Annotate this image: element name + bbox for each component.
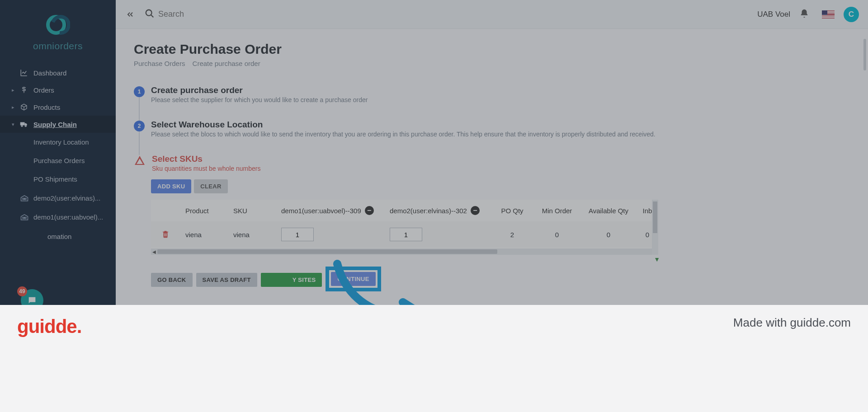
crumb-current: Create purchase order	[193, 60, 260, 67]
brand-name-right: orders	[55, 41, 83, 51]
topbar: UAB Voel C	[116, 0, 868, 29]
content: Create Purchase Order Purchase Orders Cr…	[116, 29, 868, 305]
guidde-footer: guidde. Made with guidde.com	[0, 305, 868, 412]
sidebar: omniorders Dashboard Orders Products	[0, 0, 116, 305]
org-name: UAB Voel	[757, 10, 790, 19]
sku-panel: ADD SKU CLEAR Product SKU demo1(user:uab…	[151, 179, 850, 292]
table-header: Product SKU demo1(user:uabvoel)--309 − d…	[151, 200, 658, 221]
trash-icon	[161, 229, 170, 239]
sidebar-nav: Dashboard Orders Products Supply Chain I…	[0, 64, 116, 245]
continue-button[interactable]: CONTINUE	[331, 272, 375, 286]
clear-button[interactable]: CLEAR	[194, 179, 227, 193]
step-1: 1 Create purchase order Please select th…	[134, 85, 850, 103]
svg-rect-8	[25, 217, 26, 219]
nav-dashboard-label: Dashboard	[33, 69, 66, 77]
search-input[interactable]	[158, 9, 241, 19]
nav-warehouse-demo1[interactable]: demo1(user:uabvoel)...	[0, 207, 116, 226]
demo2-qty-input[interactable]	[390, 228, 422, 241]
chevrons-left-icon	[126, 10, 135, 19]
svg-rect-6	[25, 198, 26, 200]
brand-name-left: omni	[33, 41, 55, 51]
sku-table: Product SKU demo1(user:uabvoel)--309 − d…	[151, 200, 658, 255]
table-v-scrollbar[interactable]	[652, 200, 658, 255]
main: UAB Voel C Create Purchase Order Purchas…	[116, 0, 868, 305]
nav-po-shipments[interactable]: PO Shipments	[0, 170, 116, 188]
flag-us-icon[interactable]	[822, 10, 835, 19]
nav-orders-label: Orders	[33, 86, 54, 94]
notifications-button[interactable]	[799, 9, 809, 20]
breadcrumb: Purchase Orders Create purchase order	[134, 60, 850, 67]
cube-icon	[20, 103, 28, 111]
step-3-title: Select SKUs	[152, 154, 260, 164]
bell-icon	[799, 9, 809, 19]
nav-dashboard[interactable]: Dashboard	[0, 64, 116, 81]
dollar-icon	[20, 86, 28, 94]
cell-available: 0	[580, 231, 637, 239]
chat-icon	[27, 295, 37, 305]
continue-highlight: CONTINUE	[326, 267, 381, 291]
page-title: Create Purchase Order	[134, 42, 850, 57]
svg-rect-13	[166, 233, 167, 236]
nav-automation[interactable]: omation	[0, 228, 116, 245]
table-h-scrollbar[interactable]: ◀ ▶	[151, 248, 658, 255]
nav-orders[interactable]: Orders	[0, 81, 116, 98]
step-3-subtitle: Sku quantities must be whole numbers	[152, 165, 260, 172]
svg-rect-11	[139, 163, 140, 164]
demo1-qty-input[interactable]	[281, 228, 314, 241]
step-1-title: Create purchase order	[151, 85, 368, 95]
cell-sku: viena	[228, 231, 276, 239]
remove-column-icon[interactable]: −	[471, 206, 480, 215]
collapse-sidebar-button[interactable]	[125, 9, 136, 20]
step-2-title: Select Warehouse Location	[151, 120, 656, 130]
step-1-number: 1	[134, 86, 145, 97]
th-demo2: demo2(user:elvinas)--302 −	[384, 206, 491, 215]
delete-row-button[interactable]	[161, 229, 170, 240]
th-demo1: demo1(user:uabvoel)--309 −	[276, 206, 384, 215]
brand-name: omniorders	[0, 41, 116, 52]
save-draft-button[interactable]: SAVE AS DRAFT	[196, 273, 257, 287]
add-sku-button[interactable]: ADD SKU	[151, 179, 191, 193]
nav-purchase-orders[interactable]: Purchase Orders	[0, 151, 116, 170]
logo-icon	[46, 13, 70, 37]
step-2-number: 2	[134, 121, 145, 131]
th-min: Min Order	[533, 207, 580, 215]
truck-icon	[20, 120, 28, 128]
guidde-logo: guidde.	[17, 316, 81, 337]
table-row: viena viena 2 0 0 0	[151, 221, 658, 248]
svg-rect-5	[23, 198, 24, 200]
nav-supply-chain[interactable]: Supply Chain	[0, 116, 116, 133]
remove-column-icon[interactable]: −	[365, 206, 374, 215]
search-field[interactable]	[141, 7, 245, 22]
brand-logo: omniorders	[0, 0, 116, 60]
step-2: 2 Select Warehouse Location Please selec…	[134, 120, 850, 138]
nav-warehouse-demo2[interactable]: demo2(user:elvinas)...	[0, 188, 116, 207]
scroll-left-icon[interactable]: ◀	[151, 248, 157, 255]
go-back-button[interactable]: GO BACK	[151, 273, 193, 287]
warehouse-icon	[20, 194, 29, 202]
table-expand-icon[interactable]: ▼	[654, 256, 660, 263]
step-1-subtitle: Please select the supplier for which you…	[151, 96, 368, 103]
warning-icon	[134, 155, 146, 168]
th-product: Product	[180, 207, 228, 215]
svg-point-4	[25, 125, 26, 126]
cell-min-order: 0	[533, 231, 580, 239]
nav-products[interactable]: Products	[0, 98, 116, 116]
step-2-subtitle: Please select the blocs to which would l…	[151, 131, 656, 138]
made-with-guidde: Made with guidde.com	[733, 316, 851, 330]
chat-badge: 49	[17, 286, 27, 296]
svg-rect-2	[20, 122, 25, 126]
delivery-sites-button[interactable]: Y SITES	[261, 273, 322, 287]
avatar[interactable]: C	[844, 7, 859, 22]
crumb-parent[interactable]: Purchase Orders	[134, 60, 185, 67]
cell-po-qty: 2	[491, 231, 533, 239]
nav-inventory-location[interactable]: Inventory Location	[0, 133, 116, 151]
search-icon	[145, 9, 155, 20]
stepper: 1 Create purchase order Please select th…	[134, 85, 850, 305]
content-scrollbar[interactable]	[863, 39, 866, 305]
th-po: PO Qty	[491, 207, 533, 215]
step-3: Select SKUs Sku quantities must be whole…	[134, 154, 850, 172]
nav-products-label: Products	[33, 103, 60, 111]
svg-rect-10	[139, 160, 140, 162]
svg-rect-7	[23, 217, 24, 219]
svg-point-9	[146, 9, 152, 15]
